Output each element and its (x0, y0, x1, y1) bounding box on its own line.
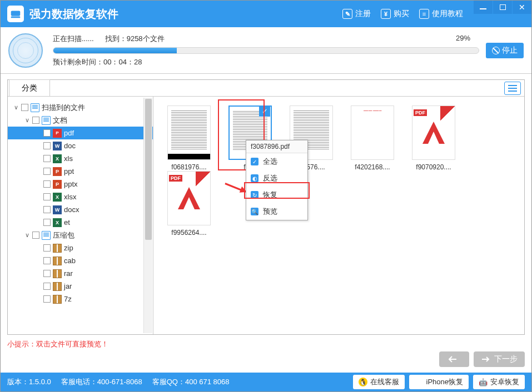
progressbar-fill (53, 48, 177, 53)
tree-node-label: cab (64, 257, 76, 265)
word-icon: W (53, 142, 62, 150)
stop-button[interactable]: 停止 (486, 43, 524, 58)
tree-node-rar[interactable]: rar (8, 267, 153, 280)
checkbox[interactable] (43, 142, 51, 149)
tree-node-xls[interactable]: Xxls (8, 152, 153, 165)
online-support-button[interactable]: 🐧 在线客服 (353, 375, 405, 389)
file-preview (167, 105, 211, 160)
zip-icon (53, 295, 62, 304)
tree-node-docx[interactable]: Wdocx (8, 203, 153, 216)
tree-node-压缩包[interactable]: ∨压缩包 (8, 229, 153, 242)
online-support-label: 在线客服 (370, 377, 399, 387)
checkbox[interactable] (43, 155, 51, 162)
tree-scrollbar-thumb[interactable] (145, 99, 152, 240)
tree-node-label: jar (64, 282, 72, 290)
zip-icon (53, 257, 62, 265)
checkbox[interactable] (43, 219, 51, 226)
svg-rect-0 (11, 11, 21, 16)
tree-node-label: 扫描到的文件 (42, 103, 85, 113)
ctx-preview-label: 预览 (263, 207, 277, 217)
checkbox[interactable] (43, 295, 51, 303)
tree-node-xlsx[interactable]: Xxlsx (8, 190, 153, 203)
app-logo-icon (7, 6, 24, 22)
footer-phone: 客服电话：400-671-8068 (61, 377, 142, 387)
checkbox[interactable] (43, 244, 51, 252)
checkbox[interactable] (43, 206, 51, 213)
zip-icon (53, 269, 62, 278)
file-name: f4202168.... (345, 163, 400, 171)
undo-icon (449, 355, 460, 363)
tree-node-jar[interactable]: jar (8, 280, 153, 293)
tree-node-文档[interactable]: ∨文档 (8, 114, 153, 127)
tree-node-label: doc (64, 142, 76, 150)
category-tree[interactable]: ∨扫描到的文件∨文档PpdfWdocXxlsPpptPpptxXxlsxWdoc… (8, 97, 153, 334)
expander-icon[interactable]: ∨ (23, 232, 31, 239)
tree-node-label: pptx (64, 180, 78, 188)
ctx-invert-label: 反选 (263, 173, 277, 183)
file-thumb[interactable]: PDFf9956264.... (161, 171, 217, 237)
checkbox[interactable] (43, 270, 51, 277)
app-title: 强力数据恢复软件 (29, 7, 118, 22)
checkbox[interactable] (43, 257, 51, 264)
tree-node-ppt[interactable]: Pppt (8, 165, 153, 178)
tree-node-pdf[interactable]: Ppdf (8, 127, 153, 139)
context-menu: f3087896.pdf ✓ 全选 ◐ 反选 ↻ 恢复 (246, 140, 308, 220)
file-thumb[interactable]: ━━━━ ━━━ ━━━━━ ━━f4202168.... (345, 105, 400, 171)
iphone-recover-button[interactable]: iPhone恢复 (409, 375, 469, 389)
ctx-select-all[interactable]: ✓ 全选 (246, 153, 307, 170)
checkbox[interactable] (21, 104, 28, 111)
undo-button[interactable] (439, 351, 469, 367)
expander-icon[interactable]: ∨ (12, 104, 20, 111)
ctx-invert[interactable]: ◐ 反选 (246, 170, 307, 187)
word-icon: W (53, 205, 62, 214)
tree-node-扫描到的文件[interactable]: ∨扫描到的文件 (8, 101, 153, 114)
tutorial-button[interactable]: ≡ 使用教程 (419, 9, 463, 19)
invert-icon: ◐ (251, 174, 258, 182)
checkbox[interactable] (43, 168, 51, 175)
key-icon: ✎ (342, 9, 352, 19)
ctx-recover[interactable]: ↻ 恢复 (246, 187, 307, 203)
tab-category[interactable]: 分类 (9, 79, 50, 96)
checkbox[interactable] (43, 129, 51, 137)
checkbox[interactable] (32, 117, 39, 124)
view-toggle-button[interactable] (504, 82, 521, 95)
checkbox[interactable] (43, 193, 51, 200)
file-preview: PDF (412, 105, 455, 160)
checkbox[interactable] (43, 180, 51, 188)
close-button[interactable]: ✕ (513, 1, 531, 14)
footer-qq: 客服QQ：400 671 8068 (152, 377, 230, 387)
android-icon: 🤖 (479, 378, 488, 386)
preview-icon: 🔍 (251, 208, 258, 215)
zip-icon (53, 244, 62, 253)
buy-button[interactable]: ¥ 购买 (381, 9, 409, 19)
next-icon (481, 356, 491, 363)
tree-node-et[interactable]: Xet (8, 216, 153, 229)
register-button[interactable]: ✎ 注册 (342, 9, 371, 19)
checkbox[interactable] (32, 232, 39, 239)
minimize-button[interactable] (474, 1, 493, 14)
tutorial-label: 使用教程 (432, 9, 463, 19)
file-grid: f0681976....✓f308i31576....━━━━ ━━━ ━━━━… (153, 97, 524, 334)
tree-node-label: xlsx (64, 193, 76, 201)
tree-node-cab[interactable]: cab (8, 254, 153, 267)
checkbox[interactable] (43, 283, 51, 290)
tree-node-doc[interactable]: Wdoc (8, 139, 153, 152)
scan-percent: 29% (456, 34, 470, 44)
expander-icon[interactable]: ∨ (23, 117, 31, 124)
tree-node-7z[interactable]: 7z (8, 293, 153, 305)
xls-icon: X (53, 193, 62, 202)
tree-scrollbar[interactable] (143, 98, 152, 333)
tree-node-zip[interactable]: zip (8, 242, 153, 254)
android-recover-button[interactable]: 🤖 安卓恢复 (473, 375, 525, 389)
maximize-button[interactable] (493, 1, 512, 14)
next-button[interactable]: 下一步 (474, 351, 525, 367)
zip-icon (53, 282, 62, 291)
xls-icon: X (53, 154, 62, 163)
file-preview: ━━━━ ━━━ ━━━━━ ━━ (351, 105, 394, 160)
file-thumb[interactable]: f0681976.... (161, 105, 217, 171)
file-thumb[interactable]: PDFf9070920.... (406, 105, 461, 171)
ctx-preview[interactable]: 🔍 预览 (246, 203, 307, 220)
doc-icon (42, 116, 51, 125)
tree-node-pptx[interactable]: Ppptx (8, 178, 153, 190)
recover-icon: ↻ (251, 191, 258, 199)
